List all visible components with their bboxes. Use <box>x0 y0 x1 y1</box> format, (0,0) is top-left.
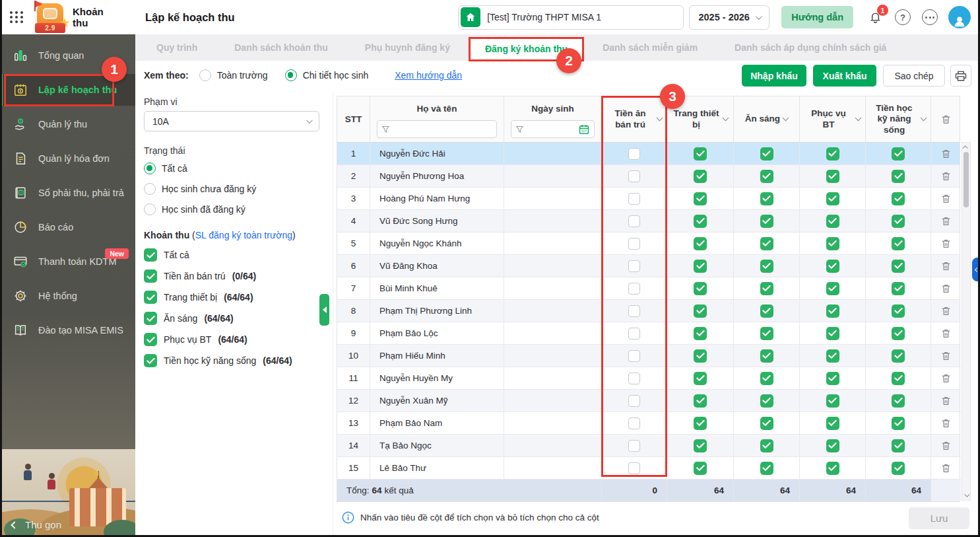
sidebar-item-tong-quan[interactable]: Tổng quan <box>0 40 135 71</box>
view-option-toan-truong[interactable]: Toàn trường <box>199 69 268 81</box>
checked-checkbox[interactable] <box>694 147 707 161</box>
sidebar-item-bao-cao[interactable]: Báo cáo <box>0 211 135 243</box>
checked-checkbox[interactable] <box>892 372 905 385</box>
checked-checkbox[interactable] <box>760 260 773 273</box>
checked-checkbox[interactable] <box>760 192 773 205</box>
table-row[interactable]: 4Vũ Đức Song Hưng <box>337 210 960 233</box>
checked-checkbox[interactable] <box>826 394 839 408</box>
checked-checkbox[interactable] <box>760 394 773 408</box>
row-delete-button[interactable] <box>931 367 961 390</box>
checked-checkbox[interactable] <box>760 462 773 475</box>
row-delete-button[interactable] <box>931 277 961 300</box>
checked-checkbox[interactable] <box>892 327 905 340</box>
table-row[interactable]: 8Phạm Thị Phương Linh <box>337 300 960 322</box>
checked-checkbox[interactable] <box>892 282 905 295</box>
help-question-icon[interactable]: ? <box>895 9 911 25</box>
checked-checkbox[interactable] <box>892 192 905 205</box>
status-option-hoc-sinh-chua-dang-ky[interactable]: Học sinh chưa đăng ký <box>144 183 256 195</box>
table-row[interactable]: 7Bùi Minh Khuê <box>337 277 960 300</box>
guide-link[interactable]: Xem hướng dẫn <box>395 70 462 81</box>
table-row[interactable]: 13Phạm Bảo Nam <box>337 412 960 435</box>
radio-icon[interactable] <box>144 203 156 215</box>
checked-checkbox[interactable] <box>694 170 707 183</box>
panel-collapse-button[interactable] <box>319 294 329 326</box>
table-row[interactable]: 11Nguyễn Huyền My <box>337 367 960 390</box>
checked-checkbox[interactable] <box>144 354 157 367</box>
unchecked-checkbox[interactable] <box>628 148 640 160</box>
fee-filter-trang-thiet-bi[interactable]: Trang thiết bị(64/64) <box>144 291 292 304</box>
save-button[interactable]: Lưu <box>909 507 969 529</box>
checked-checkbox[interactable] <box>892 215 905 228</box>
checked-checkbox[interactable] <box>892 237 905 250</box>
more-options-icon[interactable] <box>922 9 938 25</box>
row-delete-button[interactable] <box>931 435 961 457</box>
row-delete-button[interactable] <box>931 188 961 210</box>
table-row[interactable]: 1Nguyễn Đức Hải <box>337 143 960 165</box>
table-row[interactable]: 3Hoàng Phú Nam Hưng <box>337 188 960 210</box>
tab-phu-huynh-dang-ky[interactable]: Phụ huynh đăng ký <box>346 42 469 53</box>
checked-checkbox[interactable] <box>144 269 157 283</box>
checked-checkbox[interactable] <box>826 237 839 250</box>
table-row[interactable]: 12Nguyễn Xuân Mỹ <box>337 390 960 412</box>
column-name[interactable]: Họ và tên <box>370 96 504 142</box>
checked-checkbox[interactable] <box>694 327 707 340</box>
checked-checkbox[interactable] <box>826 372 839 385</box>
row-delete-button[interactable] <box>931 210 961 233</box>
scroll-up-icon[interactable] <box>962 143 970 152</box>
row-delete-button[interactable] <box>931 255 961 277</box>
checked-checkbox[interactable] <box>826 170 839 183</box>
scroll-down-icon[interactable] <box>962 491 970 500</box>
table-row[interactable]: 9Phạm Bảo Lộc <box>337 322 960 345</box>
row-delete-button[interactable] <box>931 412 961 435</box>
sidebar-item-lap-ke-hoach-thu[interactable]: Lập kế hoạch thu <box>0 74 135 106</box>
column-delete[interactable] <box>931 96 961 142</box>
sidebar-item-thanh-toan-kdtm[interactable]: Thanh toán KDTMNew <box>0 246 135 277</box>
sidebar-item-dao-tao-misa-emis[interactable]: Đào tạo MISA EMIS <box>0 314 135 346</box>
checked-checkbox[interactable] <box>144 248 157 262</box>
checked-checkbox[interactable] <box>760 372 773 385</box>
home-icon[interactable] <box>461 7 480 27</box>
checked-checkbox[interactable] <box>760 304 773 318</box>
unchecked-checkbox[interactable] <box>628 395 640 407</box>
checked-checkbox[interactable] <box>694 349 707 363</box>
column-stt[interactable]: STT <box>337 96 370 142</box>
checked-checkbox[interactable] <box>826 260 839 273</box>
checked-checkbox[interactable] <box>760 170 773 183</box>
checked-checkbox[interactable] <box>826 192 839 205</box>
export-button[interactable]: Xuất khẩu <box>813 65 876 87</box>
right-panel-flyout[interactable] <box>972 258 980 281</box>
checked-checkbox[interactable] <box>760 327 773 340</box>
tab-dang-ky-khoan-thu[interactable]: Đăng ký khoản thu <box>469 37 584 61</box>
column-fee-thiet-bi[interactable]: Trang thiết bị <box>667 96 734 142</box>
table-row[interactable]: 10Phạm Hiếu Minh <box>337 345 960 367</box>
row-delete-button[interactable] <box>931 390 961 412</box>
copy-button[interactable]: Sao chép <box>883 65 945 87</box>
unchecked-checkbox[interactable] <box>628 305 640 317</box>
fee-filter-tien-hoc-ky-nang-song[interactable]: Tiền học kỹ năng sống(64/64) <box>144 354 292 367</box>
column-fee-ky-nang[interactable]: Tiền học kỹ năng sống <box>866 96 931 142</box>
table-scrollbar[interactable] <box>962 142 971 501</box>
column-fee-phuc-vu[interactable]: Phục vụ BT <box>800 96 866 142</box>
sidebar-collapse-button[interactable]: Thu gọn <box>12 519 61 530</box>
fee-filter-tat-ca[interactable]: Tất cả <box>144 248 292 262</box>
checked-checkbox[interactable] <box>892 147 905 161</box>
checked-checkbox[interactable] <box>694 282 707 295</box>
checked-checkbox[interactable] <box>826 462 839 475</box>
sidebar-item-he-thong[interactable]: Hệ thống <box>0 280 135 312</box>
fee-count-link[interactable]: SL đăng ký toàn trường <box>195 230 292 240</box>
checked-checkbox[interactable] <box>760 215 773 228</box>
row-delete-button[interactable] <box>931 143 961 165</box>
checked-checkbox[interactable] <box>694 394 707 408</box>
checked-checkbox[interactable] <box>760 282 773 295</box>
row-delete-button[interactable] <box>931 322 961 345</box>
status-option-hoc-sinh-da-dang-ky[interactable]: Học sinh đã đăng ký <box>144 203 256 215</box>
checked-checkbox[interactable] <box>694 372 707 385</box>
radio-icon[interactable] <box>144 183 156 195</box>
checked-checkbox[interactable] <box>892 304 905 318</box>
tab-danh-sach-ap-dung-chinh-sach-gia[interactable]: Danh sách áp dụng chính sách giá <box>716 42 905 53</box>
table-row[interactable]: 6Vũ Đăng Khoa <box>337 255 960 277</box>
unchecked-checkbox[interactable] <box>628 373 640 384</box>
unchecked-checkbox[interactable] <box>628 462 640 474</box>
calendar-icon[interactable] <box>578 124 590 137</box>
checked-checkbox[interactable] <box>694 304 707 318</box>
